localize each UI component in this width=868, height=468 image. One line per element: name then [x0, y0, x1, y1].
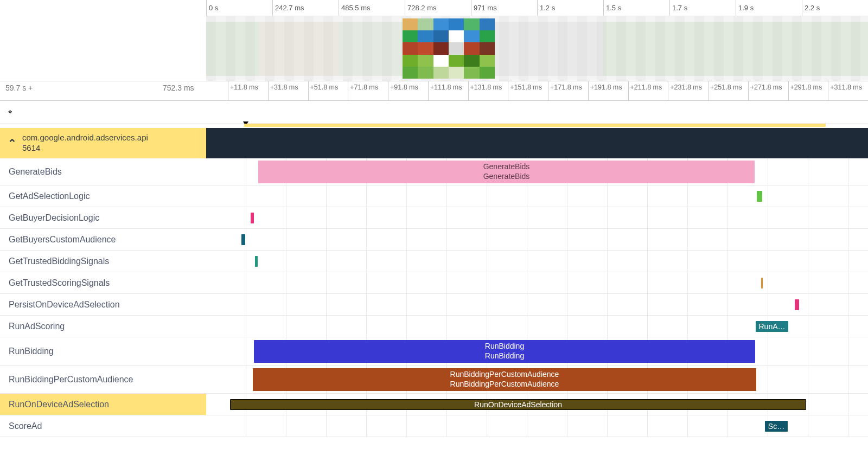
- ruler-tick: +251.8 ms: [708, 81, 748, 100]
- slice-label: Sc…: [768, 422, 784, 431]
- overview-tick: 1.7 s: [669, 0, 736, 16]
- track-label[interactable]: GetTrustedScoringSignals: [0, 272, 206, 293]
- track-row[interactable]: GetTrustedBiddingSignals: [0, 251, 868, 272]
- trace-slice[interactable]: [255, 256, 258, 267]
- collapse-toggle[interactable]: ⌄ ⌃: [0, 101, 868, 124]
- slice-label: RunOnDeviceAdSelection: [474, 400, 562, 409]
- track-timeline[interactable]: RunOnDeviceAdSelection: [206, 394, 868, 415]
- track-timeline[interactable]: [206, 272, 868, 293]
- tracks-container: GenerateBidsGenerateBidsGenerateBidsGetA…: [0, 158, 868, 437]
- overview-tick: 1.2 s: [537, 0, 603, 16]
- ruler-tick: +111.8 ms: [428, 81, 468, 100]
- process-header[interactable]: ⌃ com.google.android.adservices.api 5614: [0, 128, 868, 158]
- trace-slice[interactable]: RunBiddingRunBidding: [254, 340, 755, 363]
- overview-panel[interactable]: 0 s 242.7 ms 485.5 ms 728.2 ms 971 ms 1.…: [0, 0, 868, 81]
- track-label[interactable]: RunBiddingPerCustomAudience: [0, 366, 206, 393]
- track-row[interactable]: RunBiddingPerCustomAudienceRunBiddingPer…: [0, 366, 868, 394]
- ruler-tick: +231.8 ms: [668, 81, 708, 100]
- track-row[interactable]: GetAdSelectionLogic: [0, 185, 868, 207]
- trace-slice[interactable]: [795, 299, 799, 310]
- ruler-tick: +191.8 ms: [588, 81, 628, 100]
- overview-minimap[interactable]: [206, 16, 868, 81]
- track-timeline[interactable]: [206, 229, 868, 250]
- slice-label: RunA…: [758, 322, 785, 331]
- ruler-tick: +291.8 ms: [788, 81, 828, 100]
- trace-slice[interactable]: GenerateBidsGenerateBids: [258, 161, 755, 183]
- track-row[interactable]: GetBuyersCustomAudience: [0, 229, 868, 251]
- detail-ruler[interactable]: 59.7 s + 752.3 ms +11.8 ms +31.8 ms +51.…: [0, 81, 868, 101]
- trace-slice[interactable]: [757, 191, 762, 202]
- track-row[interactable]: RunOnDeviceAdSelectionRunOnDeviceAdSelec…: [0, 394, 868, 415]
- chevron-up-icon: ⌃: [7, 111, 14, 117]
- track-timeline[interactable]: Sc…: [206, 415, 868, 437]
- track-timeline[interactable]: GenerateBidsGenerateBids: [206, 158, 868, 185]
- track-label[interactable]: GetBuyersCustomAudience: [0, 229, 206, 250]
- track-timeline[interactable]: [206, 185, 868, 207]
- overview-tick: 971 ms: [471, 0, 537, 16]
- track-timeline[interactable]: [206, 207, 868, 228]
- trace-slice[interactable]: RunBiddingPerCustomAudienceRunBiddingPer…: [253, 368, 756, 391]
- slice-label: GenerateBids: [483, 162, 530, 172]
- ruler-tick: +311.8 ms: [828, 81, 868, 100]
- track-label[interactable]: GenerateBids: [0, 158, 206, 185]
- track-label[interactable]: GetBuyerDecisionLogic: [0, 207, 206, 228]
- ruler-tick: +51.8 ms: [308, 81, 348, 100]
- slice-label: RunBidding: [485, 342, 524, 351]
- track-label[interactable]: RunAdScoring: [0, 316, 206, 337]
- track-row[interactable]: GetTrustedScoringSignals: [0, 272, 868, 294]
- trace-slice[interactable]: RunOnDeviceAdSelection: [230, 399, 806, 410]
- slice-label: GenerateBids: [483, 172, 530, 182]
- overview-tick: 242.7 ms: [272, 0, 339, 16]
- chevron-up-icon: ⌃: [8, 137, 17, 150]
- trace-slice[interactable]: Sc…: [765, 421, 788, 432]
- track-label[interactable]: PersistOnDeviceAdSelection: [0, 294, 206, 315]
- track-row[interactable]: ScoreAdSc…: [0, 415, 868, 437]
- overview-ruler: 0 s 242.7 ms 485.5 ms 728.2 ms 971 ms 1.…: [206, 0, 868, 16]
- ruler-tick: +11.8 ms: [228, 81, 268, 100]
- track-timeline[interactable]: [206, 294, 868, 315]
- track-label[interactable]: RunBidding: [0, 337, 206, 365]
- track-row[interactable]: PersistOnDeviceAdSelection: [0, 294, 868, 316]
- ruler-offset-start: 59.7 s +: [5, 84, 33, 92]
- ruler-tick: +131.8 ms: [468, 81, 508, 100]
- track-timeline[interactable]: RunA…: [206, 316, 868, 337]
- slice-label: RunBidding: [485, 351, 524, 361]
- ruler-tick: +91.8 ms: [388, 81, 428, 100]
- track-row[interactable]: RunBiddingRunBiddingRunBidding: [0, 337, 868, 366]
- ruler-tick: +211.8 ms: [628, 81, 668, 100]
- process-name: com.google.android.adservices.api: [22, 133, 148, 142]
- track-timeline[interactable]: RunBiddingRunBidding: [206, 337, 868, 365]
- ruler-tick: +171.8 ms: [548, 81, 588, 100]
- overview-tick: 728.2 ms: [405, 0, 471, 16]
- trace-slice[interactable]: [251, 213, 254, 223]
- track-label[interactable]: GetAdSelectionLogic: [0, 185, 206, 207]
- track-label[interactable]: ScoreAd: [0, 415, 206, 437]
- ruler-offset-end: 752.3 ms: [163, 84, 194, 92]
- detail-ruler-ticks: +11.8 ms +31.8 ms +51.8 ms +71.8 ms +91.…: [228, 81, 868, 100]
- ruler-tick: +31.8 ms: [268, 81, 308, 100]
- track-row[interactable]: GenerateBidsGenerateBidsGenerateBids: [0, 158, 868, 185]
- ruler-tick: +151.8 ms: [508, 81, 548, 100]
- track-label[interactable]: RunOnDeviceAdSelection: [0, 394, 206, 415]
- trace-slice[interactable]: [241, 234, 245, 245]
- track-timeline[interactable]: [206, 251, 868, 272]
- track-row[interactable]: RunAdScoringRunA…: [0, 316, 868, 337]
- slice-label: RunBiddingPerCustomAudience: [450, 380, 559, 389]
- track-row[interactable]: GetBuyerDecisionLogic: [0, 207, 868, 229]
- overview-tick: 1.5 s: [603, 0, 669, 16]
- track-timeline[interactable]: RunBiddingPerCustomAudienceRunBiddingPer…: [206, 366, 868, 393]
- process-summary-bar[interactable]: [206, 128, 868, 158]
- process-pid: 5614: [22, 143, 40, 152]
- trace-slice[interactable]: [761, 278, 763, 289]
- minimap-density: [206, 22, 868, 76]
- overview-tick: 2.2 s: [802, 0, 868, 16]
- ruler-tick: +71.8 ms: [348, 81, 388, 100]
- ruler-tick: +271.8 ms: [748, 81, 788, 100]
- playhead-icon: [243, 121, 248, 126]
- overview-tick: 485.5 ms: [339, 0, 405, 16]
- minimap-focus: [403, 18, 495, 79]
- trace-slice[interactable]: RunA…: [756, 321, 788, 332]
- slice-label: RunBiddingPerCustomAudience: [450, 370, 559, 380]
- track-label[interactable]: GetTrustedBiddingSignals: [0, 251, 206, 272]
- overview-tick: 0 s: [206, 0, 272, 16]
